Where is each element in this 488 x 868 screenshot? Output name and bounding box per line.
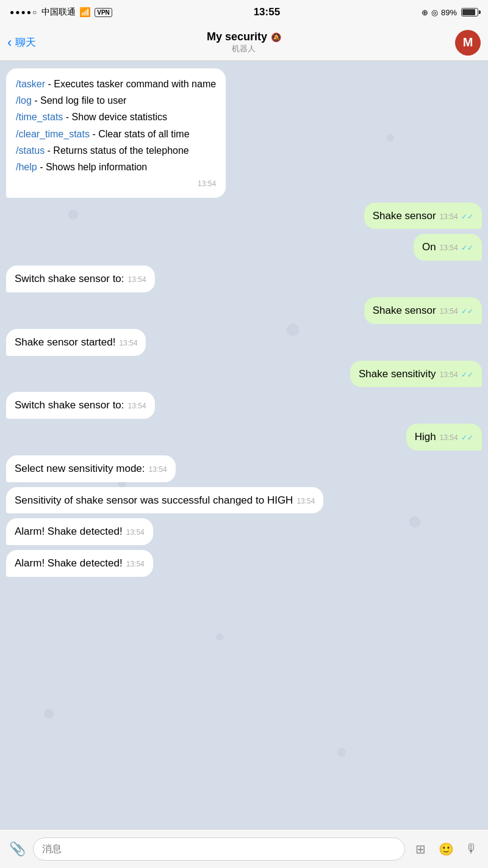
clock-icon: ⊕	[422, 8, 428, 17]
message-row-help: /tasker - Executes tasker command with n…	[6, 68, 482, 198]
attach-button[interactable]: 📎	[6, 838, 28, 860]
chat-area: /tasker - Executes tasker command with n…	[0, 61, 488, 829]
bubble-5: Shake sensor started! 13:54	[6, 329, 146, 356]
carrier-label: 中国联通	[41, 7, 76, 18]
bubble-3: Switch shake sensor to: 13:54	[6, 266, 155, 292]
bubble-text-8: High	[415, 431, 436, 443]
cmd-time-stats: /time_stats	[16, 112, 63, 122]
location-icon: ◎	[431, 8, 438, 17]
desc-clear-time-stats: - Clear stats of all time	[92, 129, 189, 139]
keyboard-button[interactable]: ⊞	[410, 839, 431, 859]
chat-subtitle: 机器人	[232, 43, 256, 54]
cmd-clear-time-stats: /clear_time_stats	[16, 129, 90, 139]
bubble-time-11: 13:54	[126, 527, 145, 538]
bubble-time-3: 13:54	[128, 274, 146, 286]
avatar[interactable]: M	[455, 30, 481, 56]
bubble-text-11: Alarm! Shake detected!	[15, 526, 123, 537]
message-row-3: Switch shake sensor to: 13:54	[6, 266, 482, 292]
battery-percent: 89%	[441, 8, 457, 17]
checkmarks-2: ✓✓	[461, 244, 473, 252]
bubble-8: High 13:54 ✓✓	[406, 424, 482, 450]
message-row-12: Alarm! Shake detected! 13:54	[6, 550, 482, 577]
message-input[interactable]	[33, 837, 405, 861]
desc-help: - Shows help information	[40, 162, 147, 172]
keyboard-icon: ⊞	[415, 842, 426, 856]
back-button[interactable]: ‹ 聊天	[7, 35, 36, 49]
vpn-badge: VPN	[95, 8, 112, 17]
cmd-log: /log	[16, 95, 32, 106]
nav-bar: ‹ 聊天 My security 🔕 机器人 M	[0, 24, 488, 61]
bubble-time-9: 13:54	[149, 464, 167, 476]
desc-status: - Returns status of the telephone	[48, 145, 189, 156]
voice-icon: 🎙	[465, 842, 478, 856]
wifi-icon: 📶	[79, 7, 91, 18]
bubble-4: Shake sensor 13:54 ✓✓	[364, 297, 482, 324]
input-bar: 📎 ⊞ 🙂 🎙	[0, 829, 488, 868]
help-bubble: /tasker - Executes tasker command with n…	[6, 68, 226, 198]
bubble-11: Alarm! Shake detected! 13:54	[6, 518, 153, 545]
status-time: 13:55	[254, 6, 280, 18]
cmd-tasker: /tasker	[16, 79, 45, 89]
status-right: ⊕ ◎ 89%	[422, 8, 478, 17]
checkmarks-4: ✓✓	[461, 307, 473, 316]
voice-button[interactable]: 🎙	[461, 839, 482, 859]
bubble-9: Select new sensitivity mode: 13:54	[6, 455, 176, 482]
help-line-3: /time_stats - Show device statistics	[16, 109, 216, 125]
mute-icon: 🔕	[271, 32, 281, 42]
bubble-time-2: 13:54 ✓✓	[440, 242, 473, 254]
bubble-text-5: Shake sensor started!	[15, 336, 115, 348]
bubble-text-10: Sensitivity of shake sensor was successf…	[15, 494, 293, 506]
message-row-10: Sensitivity of shake sensor was successf…	[6, 487, 482, 514]
bubble-time-5: 13:54	[119, 338, 137, 349]
battery-icon	[461, 8, 478, 16]
bubble-time-4: 13:54 ✓✓	[440, 306, 473, 317]
message-row-2: On 13:54 ✓✓	[6, 234, 482, 261]
cmd-status: /status	[16, 145, 45, 156]
sticker-icon: 🙂	[439, 842, 454, 856]
help-line-4: /clear_time_stats - Clear stats of all t…	[16, 126, 216, 142]
help-line-1: /tasker - Executes tasker command with n…	[16, 76, 216, 92]
back-label: 聊天	[15, 35, 36, 49]
checkmarks-1: ✓✓	[461, 212, 473, 221]
status-bar: ●●●●○ 中国联通 📶 VPN 13:55 ⊕ ◎ 89%	[0, 0, 488, 24]
chat-title-text: My security	[207, 31, 267, 43]
message-row-8: High 13:54 ✓✓	[6, 424, 482, 450]
bubble-text-9: Select new sensitivity mode:	[15, 463, 145, 474]
bubble-1: Shake sensor 13:54 ✓✓	[364, 203, 482, 230]
desc-time-stats: - Show device statistics	[66, 112, 167, 122]
message-row-6: Shake sensitivity 13:54 ✓✓	[6, 361, 482, 388]
bubble-time-7: 13:54	[128, 400, 146, 412]
bubble-10: Sensitivity of shake sensor was successf…	[6, 487, 323, 514]
bubble-2: On 13:54 ✓✓	[414, 234, 482, 261]
sticker-button[interactable]: 🙂	[436, 839, 456, 859]
bubble-text-6: Shake sensitivity	[359, 368, 436, 380]
checkmarks-6: ✓✓	[461, 371, 473, 379]
nav-center: My security 🔕 机器人	[207, 31, 281, 54]
message-row-4: Shake sensor 13:54 ✓✓	[6, 297, 482, 324]
message-row-9: Select new sensitivity mode: 13:54	[6, 455, 482, 482]
desc-tasker: - Executes tasker command with name	[48, 79, 216, 89]
bubble-time-12: 13:54	[126, 559, 145, 570]
bubble-text-7: Switch shake sensor to:	[15, 399, 124, 411]
bubble-12: Alarm! Shake detected! 13:54	[6, 550, 153, 577]
bubble-text-2: On	[422, 241, 436, 253]
message-row-5: Shake sensor started! 13:54	[6, 329, 482, 356]
message-row-7: Switch shake sensor to: 13:54	[6, 392, 482, 419]
status-left: ●●●●○ 中国联通 📶 VPN	[10, 7, 112, 18]
bubble-time-1: 13:54 ✓✓	[440, 211, 473, 223]
message-row-1: Shake sensor 13:54 ✓✓	[6, 203, 482, 230]
signal-dots: ●●●●○	[10, 8, 38, 16]
bubble-time-10: 13:54	[296, 496, 315, 507]
messages-container: /tasker - Executes tasker command with n…	[6, 68, 482, 577]
desc-log: - Send log file to user	[34, 95, 126, 106]
chat-title: My security 🔕	[207, 31, 281, 43]
bubble-text-4: Shake sensor	[373, 305, 436, 316]
bubble-6: Shake sensitivity 13:54 ✓✓	[350, 361, 482, 388]
bubble-time-6: 13:54 ✓✓	[440, 369, 473, 381]
help-line-5: /status - Returns status of the telephon…	[16, 142, 216, 159]
help-line-2: /log - Send log file to user	[16, 92, 216, 109]
help-line-6: /help - Shows help information	[16, 159, 216, 175]
attach-icon: 📎	[9, 841, 26, 857]
checkmarks-8: ✓✓	[461, 433, 473, 442]
bubble-text-12: Alarm! Shake detected!	[15, 557, 123, 569]
